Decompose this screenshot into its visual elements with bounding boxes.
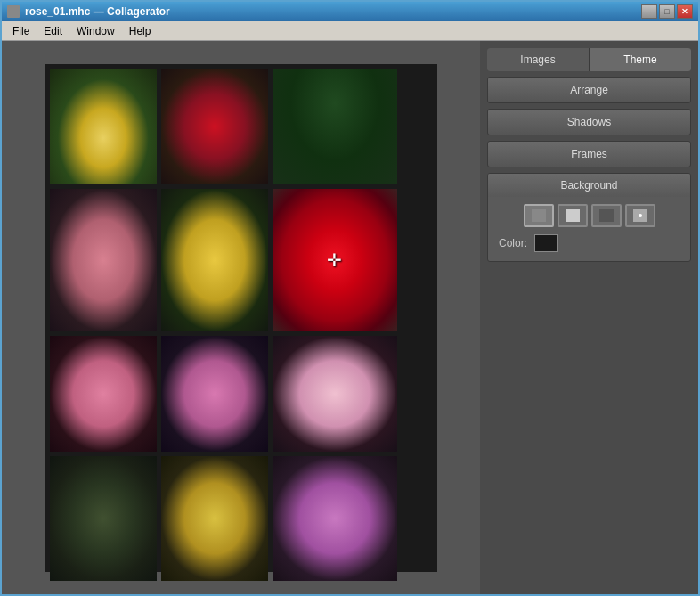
photo-5[interactable]: [161, 189, 268, 331]
photo-11[interactable]: [161, 456, 268, 581]
background-header: Background: [488, 174, 690, 197]
window-title: rose_01.mhc — Collagerator: [25, 5, 641, 18]
photo-1[interactable]: [50, 69, 157, 184]
photo-4[interactable]: [50, 189, 157, 331]
app-icon: [7, 5, 20, 18]
photo-7[interactable]: [50, 336, 157, 452]
pattern-button-1[interactable]: [524, 204, 554, 227]
photo-12[interactable]: [273, 456, 397, 581]
background-content: Color:: [488, 197, 690, 261]
pattern-dot-icon: [633, 209, 647, 222]
tab-images[interactable]: Images: [487, 48, 590, 71]
menu-window[interactable]: Window: [69, 23, 122, 39]
minimize-button[interactable]: –: [641, 4, 657, 19]
main-window: rose_01.mhc — Collagerator – □ ✕ File Ed…: [0, 0, 700, 596]
menu-edit[interactable]: Edit: [37, 23, 69, 39]
pattern-button-2[interactable]: [558, 204, 588, 227]
title-bar-buttons: – □ ✕: [641, 4, 693, 19]
tab-row: Images Theme: [487, 48, 691, 71]
main-area: ✛ Images Theme Arrange Shado: [2, 41, 698, 594]
frames-button[interactable]: Frames: [487, 141, 691, 167]
pattern-dark-icon: [599, 209, 614, 222]
pattern-button-4[interactable]: [625, 204, 655, 227]
arrange-button[interactable]: Arrange: [487, 77, 691, 103]
pattern-row: [495, 204, 683, 227]
photo-2[interactable]: [161, 69, 268, 184]
sidebar: Images Theme Arrange Shadows Frames Back…: [480, 41, 698, 594]
pattern-light-icon: [566, 209, 580, 222]
color-label: Color:: [499, 237, 527, 249]
color-swatch[interactable]: [534, 234, 558, 252]
photo-9[interactable]: [273, 336, 397, 452]
photo-6[interactable]: ✛: [273, 189, 397, 331]
sidebar-spacer: [487, 267, 691, 587]
pattern-button-3[interactable]: [591, 204, 622, 227]
pattern-solid-icon: [532, 209, 546, 222]
menu-bar: File Edit Window Help: [2, 21, 698, 41]
title-bar: rose_01.mhc — Collagerator – □ ✕: [2, 2, 698, 21]
close-button[interactable]: ✕: [677, 4, 693, 19]
menu-help[interactable]: Help: [122, 23, 159, 39]
photo-10[interactable]: [50, 456, 157, 581]
maximize-button[interactable]: □: [659, 4, 675, 19]
canvas-area: ✛: [2, 41, 480, 594]
background-section: Background: [487, 173, 691, 262]
collage-board[interactable]: ✛: [45, 64, 437, 572]
photo-3[interactable]: [273, 69, 397, 184]
tab-theme[interactable]: Theme: [590, 48, 691, 71]
shadows-button[interactable]: Shadows: [487, 109, 691, 135]
move-cursor: ✛: [327, 249, 342, 271]
color-row: Color:: [495, 233, 683, 254]
menu-file[interactable]: File: [5, 23, 37, 39]
photo-8[interactable]: [161, 336, 268, 452]
